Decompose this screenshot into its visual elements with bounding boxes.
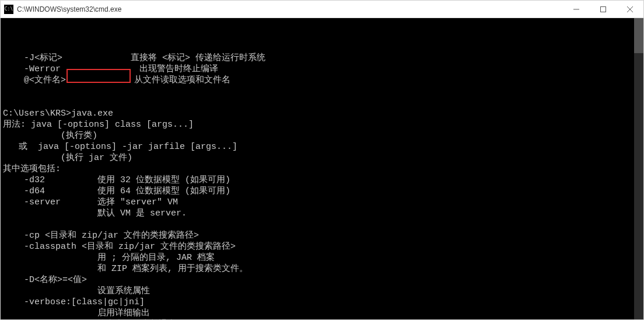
terminal-line: (执行 jar 文件) (3, 152, 641, 164)
terminal-line: -cp <目录和 zip/jar 文件的类搜索路径> (3, 230, 641, 241)
window-controls (563, 1, 643, 18)
window-title: C:\WINDOWS\system32\cmd.exe (17, 5, 563, 13)
terminal-line: -d64 使用 64 位数据模型 (如果可用) (3, 186, 641, 197)
maximize-button[interactable] (590, 1, 617, 18)
terminal-line: C:\Users\KRS>java.exe (3, 108, 641, 119)
terminal-line: 用法: java [-options] class [args...] (3, 119, 641, 130)
terminal-line: -server 选择 "server" VM (3, 197, 641, 208)
terminal-line: 或 java [-options] -jar jarfile [args...] (3, 141, 641, 152)
terminal-line (3, 219, 641, 230)
terminal-line: -classpath <目录和 zip/jar 文件的类搜索路径> (3, 241, 641, 252)
minimize-button[interactable] (563, 1, 590, 18)
terminal-output[interactable]: -J<标记> 直接将 <标记> 传递给运行时系统 -Werror 出现警告时终止… (1, 18, 643, 319)
cmd-icon-text: C:\ (5, 6, 13, 12)
terminal-line (3, 97, 641, 108)
terminal-line: -verbose:[class|gc|jni] (3, 297, 641, 308)
terminal-line: (执行类) (3, 130, 641, 141)
scrollbar-thumb[interactable] (634, 18, 643, 53)
close-button[interactable] (617, 1, 643, 18)
terminal-line (3, 86, 641, 97)
close-icon (627, 6, 633, 12)
minimize-icon (573, 6, 579, 12)
terminal-line: 其中选项包括: (3, 164, 641, 175)
terminal-line: -d32 使用 32 位数据模型 (如果可用) (3, 175, 641, 186)
terminal-line: 默认 VM 是 server. (3, 208, 641, 219)
cmd-icon: C:\ (4, 5, 13, 14)
terminal-line: 启用详细输出 (3, 308, 641, 319)
scrollbar[interactable] (634, 18, 643, 319)
terminal-line: -Werror 出现警告时终止编译 (3, 64, 641, 75)
cmd-window: C:\ C:\WINDOWS\system32\cmd.exe -J<标记> 直… (0, 0, 644, 320)
terminal-line: -D<名称>=<值> (3, 274, 641, 286)
svg-rect-1 (601, 6, 606, 12)
terminal-line: 用 ; 分隔的目录, JAR 档案 (3, 252, 641, 263)
terminal-line: @<文件名> 从文件读取选项和文件名 (3, 75, 641, 86)
terminal-line: -J<标记> 直接将 <标记> 传递给运行时系统 (3, 53, 641, 64)
terminal-line: 设置系统属性 (3, 286, 641, 297)
terminal-line: -version 输出产品版本并退出 (3, 319, 641, 319)
maximize-icon (600, 6, 606, 12)
titlebar[interactable]: C:\ C:\WINDOWS\system32\cmd.exe (1, 1, 643, 18)
terminal-line: 和 ZIP 档案列表, 用于搜索类文件。 (3, 263, 641, 274)
